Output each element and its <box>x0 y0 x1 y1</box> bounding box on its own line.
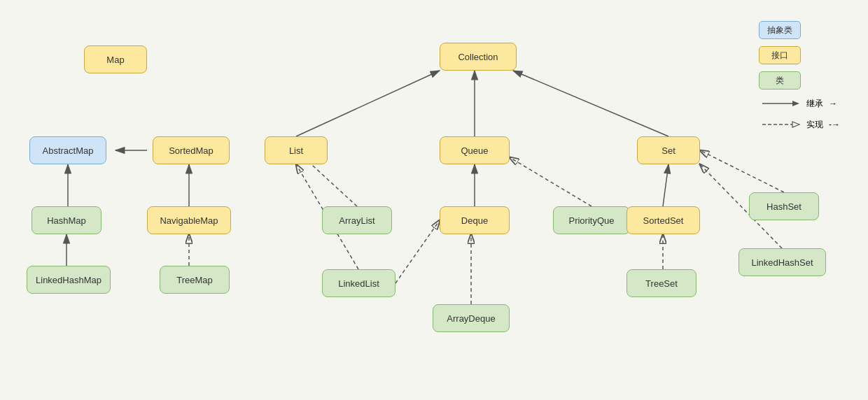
svg-line-18 <box>700 150 784 192</box>
legend-inherit-svg <box>759 97 801 110</box>
node-Deque: Deque <box>440 206 510 234</box>
svg-line-15 <box>510 157 592 206</box>
node-Set: Set <box>637 136 700 164</box>
node-ArrayDeque: ArrayDeque <box>433 304 510 332</box>
node-AbstractMap: AbstractMap <box>29 136 106 164</box>
svg-line-4 <box>513 71 668 136</box>
node-SortedSet: SortedSet <box>626 206 700 234</box>
legend-class-box: 类 <box>759 71 801 90</box>
svg-line-20 <box>396 220 440 283</box>
node-NavigableMap: NavigableMap <box>147 206 231 234</box>
svg-marker-22 <box>792 101 799 106</box>
node-LinkedHashSet: LinkedHashSet <box>738 248 826 276</box>
legend: 抽象类 接口 类 继承 → 实现 -→ <box>759 21 840 131</box>
legend-abstract-box: 抽象类 <box>759 21 801 39</box>
legend-class: 类 <box>759 71 840 90</box>
node-Queue: Queue <box>440 136 510 164</box>
node-HashSet: HashSet <box>749 192 819 220</box>
legend-implement-svg <box>759 117 801 131</box>
node-HashMap: HashMap <box>31 206 102 234</box>
node-Map: Map <box>84 45 147 73</box>
node-List: List <box>265 136 328 164</box>
diagram-container: Collection Map List Queue Set AbstractMa… <box>0 0 868 400</box>
node-TreeMap: TreeMap <box>160 266 230 294</box>
node-SortedMap: SortedMap <box>153 136 230 164</box>
legend-abstract: 抽象类 <box>759 21 840 39</box>
node-PriorityQue: PriorityQue <box>553 206 630 234</box>
node-Collection: Collection <box>440 43 517 71</box>
legend-interface: 接口 <box>759 46 840 64</box>
node-LinkedList: LinkedList <box>322 269 396 297</box>
legend-implement-line: 实现 -→ <box>759 117 840 131</box>
node-LinkedHashMap: LinkedHashMap <box>27 266 111 294</box>
legend-interface-box: 接口 <box>759 46 801 64</box>
node-TreeSet: TreeSet <box>626 269 696 297</box>
svg-line-16 <box>663 164 668 206</box>
node-ArrayList: ArrayList <box>322 206 392 234</box>
legend-inherit-line: 继承 → <box>759 97 840 110</box>
svg-line-3 <box>296 71 440 136</box>
svg-marker-24 <box>792 122 799 127</box>
